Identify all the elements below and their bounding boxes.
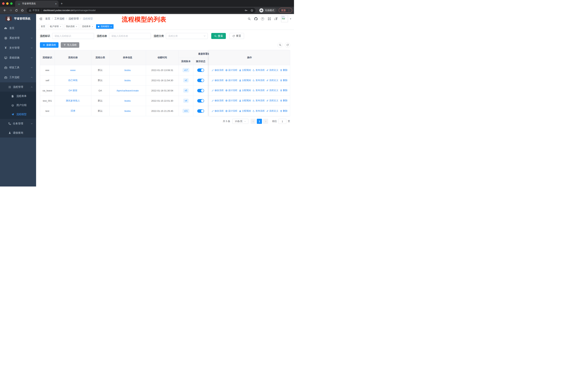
assign-rule-link[interactable]: 分配规则 bbox=[239, 99, 251, 102]
active-toggle[interactable] bbox=[197, 109, 204, 113]
search-icon[interactable] bbox=[248, 17, 251, 20]
breadcrumb-home[interactable]: 首页 bbox=[45, 17, 54, 20]
publish-process-link[interactable]: 发布流程 bbox=[253, 69, 265, 72]
process-name-input[interactable] bbox=[109, 33, 151, 39]
edit-process-link[interactable]: 修改流程 bbox=[212, 89, 224, 92]
design-process-link[interactable]: 设计流程 bbox=[225, 69, 237, 72]
assign-rule-link[interactable]: 分配规则 bbox=[239, 89, 251, 92]
browser-update-menu[interactable]: 更新 ⋮ bbox=[279, 8, 292, 13]
edit-process-link[interactable]: 修改流程 bbox=[212, 79, 224, 82]
sidebar-item-infra[interactable]: 基础设施 bbox=[0, 53, 36, 63]
forward-icon[interactable] bbox=[8, 8, 13, 13]
process-name-link[interactable]: 自己审批 bbox=[68, 79, 78, 81]
tab-close-icon[interactable]: × bbox=[55, 2, 57, 5]
sidebar-item-leave-query[interactable]: 请假查询 bbox=[0, 128, 36, 138]
sidebar-item-user-group[interactable]: 用户分组 bbox=[0, 101, 36, 110]
design-process-link[interactable]: 设计流程 bbox=[225, 99, 237, 102]
tag-process-form[interactable]: 流程表单× bbox=[80, 24, 95, 29]
sidebar-item-payment[interactable]: ¥ 支付管理 bbox=[0, 43, 36, 53]
version-badge[interactable]: v4 bbox=[183, 99, 189, 103]
version-badge[interactable]: v17 bbox=[183, 68, 189, 72]
active-toggle[interactable] bbox=[197, 79, 204, 82]
tag-process-model[interactable]: 流程模型× bbox=[96, 24, 114, 29]
assign-rule-link[interactable]: 分配规则 bbox=[239, 110, 251, 112]
publish-process-link[interactable]: 发布流程 bbox=[253, 110, 265, 112]
close-icon[interactable]: × bbox=[110, 25, 112, 28]
maximize-window-button[interactable] bbox=[10, 2, 13, 5]
process-name-link[interactable]: OA 请假 bbox=[69, 89, 77, 92]
version-badge[interactable]: v21 bbox=[183, 109, 189, 113]
delete-link[interactable]: 删除 bbox=[280, 110, 287, 112]
delete-link[interactable]: 删除 bbox=[280, 89, 287, 92]
goto-page-input[interactable] bbox=[278, 119, 286, 124]
design-process-link[interactable]: 设计流程 bbox=[225, 110, 237, 112]
import-process-button[interactable]: 导入流程 bbox=[61, 42, 79, 48]
avatar[interactable] bbox=[281, 15, 288, 22]
edit-process-link[interactable]: 修改流程 bbox=[212, 99, 224, 102]
publish-process-link[interactable]: 发布流程 bbox=[253, 89, 265, 92]
process-key-input[interactable] bbox=[52, 33, 94, 39]
security-status[interactable]: 不安全 bbox=[29, 9, 42, 12]
tag-home[interactable]: 首页 bbox=[39, 24, 47, 29]
version-badge[interactable]: v2 bbox=[183, 78, 189, 82]
design-process-link[interactable]: 设计流程 bbox=[225, 79, 237, 82]
active-toggle[interactable] bbox=[197, 99, 204, 102]
edit-process-link[interactable]: 修改流程 bbox=[212, 69, 224, 72]
delete-link[interactable]: 删除 bbox=[280, 99, 287, 102]
bookmark-star-icon[interactable] bbox=[251, 9, 253, 12]
app-logo[interactable]: 芋道管理系统 bbox=[0, 14, 36, 23]
breadcrumb-workflow[interactable]: 工作流程 bbox=[54, 17, 69, 20]
sidebar-collapse-icon[interactable] bbox=[39, 17, 42, 20]
search-button[interactable]: 搜索 bbox=[211, 33, 226, 39]
form-info-link[interactable]: biubiu bbox=[125, 79, 131, 82]
font-size-icon[interactable]: TT bbox=[274, 17, 278, 20]
close-icon[interactable]: × bbox=[76, 25, 77, 28]
assign-rule-link[interactable]: 分配规则 bbox=[239, 69, 251, 72]
help-icon[interactable]: ? bbox=[261, 17, 264, 20]
show-search-button[interactable] bbox=[277, 42, 283, 48]
delete-link[interactable]: 删除 bbox=[280, 69, 287, 72]
design-process-link[interactable]: 设计流程 bbox=[225, 89, 237, 92]
active-toggle[interactable] bbox=[197, 89, 204, 92]
caret-down-icon[interactable]: ▾ bbox=[290, 18, 291, 20]
prev-page-button[interactable] bbox=[251, 119, 256, 124]
publish-process-link[interactable]: 发布流程 bbox=[253, 99, 265, 102]
sidebar-item-process-model[interactable]: 流程模型 bbox=[0, 110, 36, 119]
assign-rule-link[interactable]: 分配规则 bbox=[239, 79, 251, 82]
sidebar-item-system[interactable]: 系统管理 bbox=[0, 33, 36, 43]
page-size-select[interactable]: 10条/页 bbox=[232, 119, 248, 124]
refresh-table-button[interactable] bbox=[285, 42, 290, 48]
close-window-button[interactable] bbox=[2, 2, 5, 5]
form-info-link[interactable]: biubiu bbox=[125, 69, 131, 71]
fullscreen-icon[interactable] bbox=[268, 17, 271, 20]
home-icon[interactable] bbox=[20, 8, 25, 13]
process-definition-link[interactable]: 流程定义 bbox=[266, 110, 278, 112]
next-page-button[interactable] bbox=[263, 119, 268, 124]
process-definition-link[interactable]: 流程定义 bbox=[266, 79, 278, 82]
form-info-link[interactable]: /bpm/oa/leave/create bbox=[116, 89, 138, 92]
sidebar-item-home[interactable]: 首页 bbox=[0, 23, 36, 33]
form-info-link[interactable]: biubiu bbox=[125, 100, 131, 102]
sidebar-item-process-form[interactable]: 流程表单 bbox=[0, 92, 36, 101]
version-badge[interactable]: v5 bbox=[183, 89, 189, 92]
process-name-link[interactable]: 滔博 bbox=[71, 110, 75, 112]
publish-process-link[interactable]: 发布流程 bbox=[253, 79, 265, 82]
sidebar-item-devtools[interactable]: 研发工具 bbox=[0, 63, 36, 72]
process-definition-link[interactable]: 流程定义 bbox=[266, 89, 278, 92]
sidebar-item-process-mgmt[interactable]: 流程管理 bbox=[0, 82, 36, 92]
close-icon[interactable]: × bbox=[60, 25, 61, 28]
edit-process-link[interactable]: 修改流程 bbox=[212, 110, 224, 112]
tag-tenant[interactable]: 租户管理× bbox=[48, 24, 63, 29]
new-tab-button[interactable]: + bbox=[59, 2, 65, 7]
sidebar-item-workflow[interactable]: 工作流程 bbox=[0, 72, 36, 82]
process-name-link[interactable]: 测试多审批人 bbox=[66, 99, 80, 102]
close-icon[interactable]: × bbox=[92, 25, 93, 28]
github-icon[interactable] bbox=[254, 17, 258, 20]
address-bar[interactable]: 不安全 dashboard.yudao.iocoder.cn/bpm/manag… bbox=[27, 8, 256, 13]
menu-dots-icon[interactable]: ⋮ bbox=[288, 9, 290, 12]
sidebar-item-task-mgmt[interactable]: 任务管理 bbox=[0, 119, 36, 128]
reset-button[interactable]: 重置 bbox=[230, 33, 244, 39]
category-select[interactable]: 流程分类 bbox=[166, 33, 208, 39]
delete-link[interactable]: 删除 bbox=[280, 79, 287, 82]
minimize-window-button[interactable] bbox=[6, 2, 9, 5]
